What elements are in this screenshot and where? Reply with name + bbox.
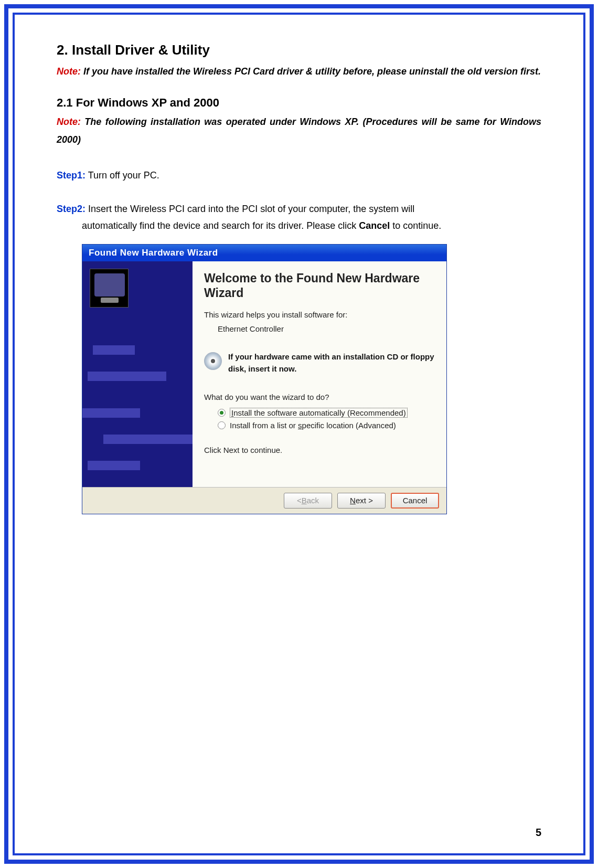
note-2: Note: The following installation was ope… (57, 113, 541, 149)
radio-label: nstall the software automatically (Recom… (233, 408, 405, 417)
step-bold: Cancel (359, 220, 390, 231)
step-1: Step1: Turn off your PC. (57, 167, 541, 184)
radio-label: pecific location (Advanced) (302, 421, 396, 430)
step-text: automatically find the device and search… (82, 220, 359, 231)
wizard-sidebar-graphic (82, 261, 193, 487)
step-label: Step2: (57, 204, 86, 214)
wizard-help-text: This wizard helps you install software f… (204, 310, 435, 319)
step-text: to continue. (390, 220, 441, 231)
note-1: Note: If you have installed the Wireless… (57, 62, 541, 80)
cancel-button[interactable]: Cancel (391, 493, 439, 509)
radio-install-auto[interactable]: Install the software automatically (Reco… (218, 408, 435, 418)
device-name: Ethernet Controller (204, 324, 435, 333)
radio-label: Install from a list or (230, 421, 298, 430)
section-heading: 2. Install Driver & Utility (57, 42, 541, 58)
cd-icon (204, 352, 222, 370)
next-button[interactable]: Next > (337, 493, 386, 509)
step-text: Insert the Wireless PCI card into the PC… (86, 204, 414, 214)
window-titlebar: Found New Hardware Wizard (82, 245, 446, 261)
found-new-hardware-wizard: Found New Hardware Wizard Welcome to the… (82, 244, 447, 514)
radio-install-specific[interactable]: Install from a list or specific location… (218, 421, 435, 430)
wizard-footer: < Back Next > Cancel (82, 487, 446, 514)
wizard-question: What do you want the wizard to do? (204, 393, 435, 401)
step-2: Step2: Insert the Wireless PCI card into… (57, 200, 541, 235)
note-text: The following installation was operated … (57, 117, 541, 145)
radio-icon (218, 421, 226, 429)
wizard-title: Welcome to the Found New Hardware Wizard (204, 271, 435, 301)
note-label: Note: (57, 117, 81, 127)
computer-icon (90, 269, 129, 308)
radio-label-u: s (298, 421, 302, 430)
radio-group: Install the software automatically (Reco… (204, 408, 435, 430)
page-number: 5 (536, 827, 541, 839)
note-text: If you have installed the Wireless PCI C… (81, 66, 541, 77)
wizard-body: Welcome to the Found New Hardware Wizard… (82, 261, 446, 487)
note-label: Note: (57, 66, 81, 77)
step-label: Step1: (57, 170, 86, 181)
radio-icon (218, 409, 226, 417)
continue-text: Click Next to continue. (204, 446, 435, 454)
cd-instruction: If your hardware came with an installati… (228, 351, 435, 375)
wizard-content: Welcome to the Found New Hardware Wizard… (193, 261, 446, 487)
back-button: < Back (284, 493, 332, 509)
step-text: Turn off your PC. (86, 170, 159, 181)
subsection-heading: 2.1 For Windows XP and 2000 (57, 96, 541, 110)
